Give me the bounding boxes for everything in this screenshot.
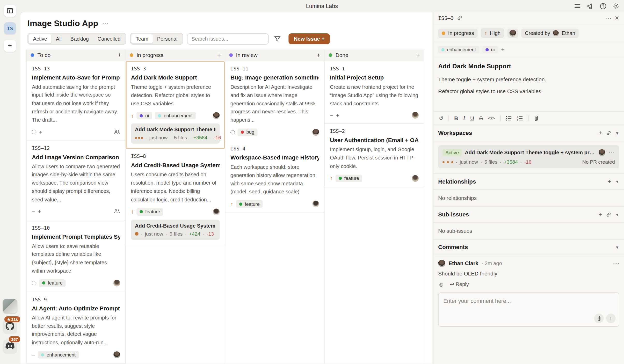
filter-cancelled[interactable]: Cancelled xyxy=(93,34,125,43)
comment-attach-button[interactable] xyxy=(594,314,604,323)
layout-panels-button[interactable] xyxy=(4,5,16,17)
label-feature[interactable]: feature xyxy=(39,279,66,287)
issue-card-description: Add automatic saving for the prompt inpu… xyxy=(32,83,120,125)
add-issue-icon[interactable]: + xyxy=(317,52,320,59)
search-input[interactable] xyxy=(187,33,269,44)
collapse-relationships-icon[interactable]: ▼ xyxy=(615,179,619,184)
collapse-workspaces-icon[interactable]: ▼ xyxy=(615,131,619,135)
label-enhancement[interactable]: enhancement xyxy=(438,46,479,53)
assignees-icon[interactable] xyxy=(114,128,120,136)
label-feature[interactable]: feature xyxy=(336,174,362,182)
collapse-comments-icon[interactable]: ▼ xyxy=(615,245,619,249)
add-icon[interactable]: + xyxy=(39,129,42,135)
priority-pill[interactable]: ↑ High xyxy=(481,28,504,38)
copy-link-icon[interactable] xyxy=(457,15,463,21)
github-button[interactable]: ★21k xyxy=(3,319,17,334)
issue-card-iss-1[interactable]: ISS–1Initial Project SetupCreate a new f… xyxy=(325,61,424,124)
link-workspace-icon[interactable] xyxy=(606,130,611,135)
workspace-overflow-button[interactable]: ⋯ xyxy=(608,149,615,156)
bullet-list-icon[interactable] xyxy=(506,115,512,121)
panel-overflow-button[interactable]: ⋯ xyxy=(605,14,612,22)
comment-submit-button[interactable]: ↑ xyxy=(606,314,616,323)
issue-card-footer: + xyxy=(32,128,120,136)
remove-icon[interactable]: − xyxy=(32,352,35,358)
comment-input[interactable]: Enter your comment here... ↑ xyxy=(438,293,619,327)
issue-card-iss-11[interactable]: ISS–11Bug: Image generation sometime...D… xyxy=(225,61,324,141)
status-dashed-circle-icon[interactable] xyxy=(230,130,235,135)
link-sub-issue-icon[interactable] xyxy=(606,212,611,217)
add-workspace-button[interactable]: + xyxy=(4,40,16,52)
column-header-to-do: To do+ xyxy=(27,49,125,61)
pr-attachment[interactable]: Add Dark Mode Support Theme togg...·just… xyxy=(131,123,220,144)
numbered-list-icon[interactable]: 12 xyxy=(517,115,523,121)
created-by-pill[interactable]: Created by Ethan xyxy=(521,28,579,38)
issue-card-iss-8[interactable]: ISS–8Add Credit-Based Usage SystemUsers … xyxy=(126,149,225,245)
issue-card-iss-12[interactable]: ISS–12Add Image Version Comparison Vi...… xyxy=(27,141,125,220)
add-issue-icon[interactable]: + xyxy=(118,52,121,59)
filter-backlog[interactable]: Backlog xyxy=(66,34,93,43)
add-issue-icon[interactable]: + xyxy=(217,52,221,59)
underline-icon[interactable]: U xyxy=(470,115,474,121)
issue-card-iss-10[interactable]: ISS–10Implement Prompt Templates Sy...Al… xyxy=(27,220,125,292)
assignees-icon[interactable] xyxy=(114,208,120,215)
issue-card-iss-2[interactable]: ISS–2User Authentication (Email + OAu...… xyxy=(325,124,424,187)
add-icon[interactable]: + xyxy=(336,113,339,118)
comment-overflow-button[interactable]: ⋯ xyxy=(613,259,619,267)
filter-team[interactable]: Team xyxy=(131,34,153,43)
discord-button[interactable]: 267 xyxy=(3,339,17,354)
add-workspace-icon[interactable]: + xyxy=(598,129,602,137)
emoji-reaction-icon[interactable]: ☺ xyxy=(438,281,444,288)
new-issue-button[interactable]: New Issue + xyxy=(288,33,330,44)
italic-icon[interactable]: I xyxy=(463,115,465,121)
status-dashed-circle-icon[interactable] xyxy=(32,130,36,134)
bold-icon[interactable]: B xyxy=(454,115,458,121)
status-pill[interactable]: In progress xyxy=(438,28,477,38)
issue-card-description: Description for AI Agent: Investigate an… xyxy=(230,83,319,125)
add-issue-icon[interactable]: + xyxy=(416,52,420,59)
add-sub-issue-icon[interactable]: + xyxy=(598,211,602,218)
board-overflow-button[interactable]: ⋯ xyxy=(102,20,109,27)
strikethrough-icon[interactable]: S xyxy=(479,115,483,121)
status-dashed-circle-icon[interactable] xyxy=(32,281,36,285)
announcements-icon[interactable] xyxy=(587,2,594,10)
label-bug[interactable]: bug xyxy=(238,128,258,136)
issue-card-iss-13[interactable]: ISS–13Implement Auto-Save for Prompt ...… xyxy=(27,61,125,141)
remove-icon[interactable]: − xyxy=(32,209,35,214)
remove-icon[interactable]: − xyxy=(330,113,333,118)
help-icon[interactable] xyxy=(599,2,607,10)
attach-file-icon[interactable] xyxy=(534,115,539,121)
add-label-icon[interactable]: + xyxy=(501,46,504,53)
user-avatar[interactable] xyxy=(3,299,17,313)
reply-button[interactable]: ↩ Reply xyxy=(450,281,469,287)
label-feature[interactable]: feature xyxy=(236,200,263,208)
filter-active[interactable]: Active xyxy=(29,34,52,43)
label-feature[interactable]: feature xyxy=(136,208,163,215)
label-enhancement[interactable]: enhancement xyxy=(155,112,196,119)
workspace-card[interactable]: Active Add Dark Mode Support Theme toggl… xyxy=(438,145,619,168)
menu-icon[interactable] xyxy=(574,2,581,10)
workspace-switcher-is[interactable]: IS xyxy=(4,22,16,34)
filter-all[interactable]: All xyxy=(52,34,66,43)
pr-attachment-meta: ·just now·5 files·+3584·-16 xyxy=(135,135,216,141)
issue-description[interactable]: Theme toggle + system preference detecti… xyxy=(433,70,624,112)
settings-icon[interactable] xyxy=(612,2,619,10)
status-dot-icon xyxy=(329,53,332,57)
filter-icon[interactable] xyxy=(274,36,281,42)
issue-card-id: ISS–10 xyxy=(32,225,120,231)
close-panel-button[interactable]: ✕ xyxy=(615,15,619,21)
issue-card-iss-4[interactable]: ISS–4Workspace-Based Image HistoryEach w… xyxy=(225,141,324,213)
collapse-sub-issues-icon[interactable]: ▼ xyxy=(615,212,619,217)
label-ui[interactable]: ui xyxy=(482,46,498,53)
filter-personal[interactable]: Personal xyxy=(153,34,182,43)
workspaces-section-body: Active Add Dark Mode Support Theme toggl… xyxy=(433,141,624,173)
issue-card-iss-9[interactable]: ISS–9AI Agent: Auto-Optimize PromptAllow… xyxy=(27,292,125,364)
label-enhancement[interactable]: enhancement xyxy=(38,351,79,359)
code-icon[interactable]: </> xyxy=(488,115,495,121)
undo-icon[interactable]: ↺ xyxy=(439,115,443,121)
assignee-pill[interactable] xyxy=(507,28,518,38)
issue-card-iss-3[interactable]: ISS–3Add Dark Mode SupportTheme toggle +… xyxy=(126,61,225,149)
add-relationship-icon[interactable]: + xyxy=(608,178,611,185)
pr-attachment[interactable]: Add Credit-Based Usage System Us...·just… xyxy=(131,220,220,240)
label-ui[interactable]: ui xyxy=(136,112,152,119)
add-icon[interactable]: + xyxy=(38,209,41,214)
